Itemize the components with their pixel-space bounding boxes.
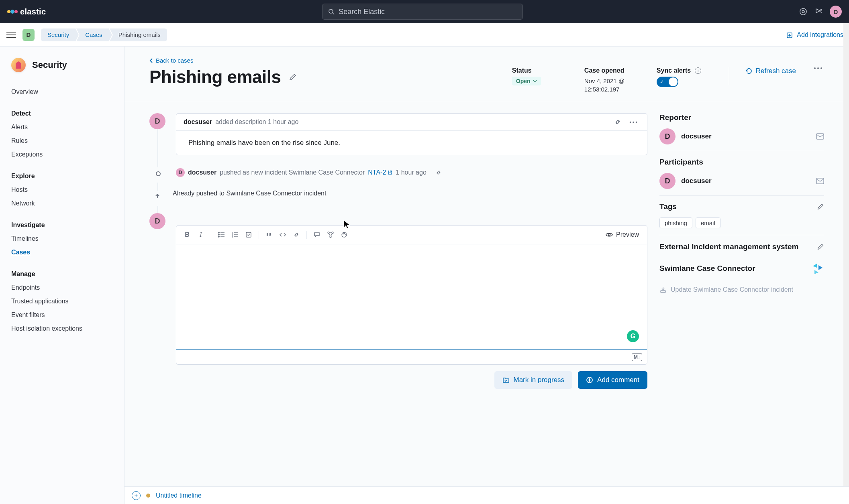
search-icon: [328, 8, 335, 15]
nav-host-isolation[interactable]: Host isolation exceptions: [11, 322, 113, 335]
comment-textarea[interactable]: G: [176, 244, 647, 349]
timeline-status-dot: [146, 494, 150, 498]
svg-point-33: [330, 236, 331, 238]
link-button[interactable]: [290, 229, 302, 241]
nav-endpoints[interactable]: Endpoints: [11, 281, 113, 295]
bold-button[interactable]: B: [181, 229, 193, 241]
refresh-case-button[interactable]: Refresh case: [745, 67, 796, 75]
opened-label: Case opened: [584, 67, 641, 74]
description-card: docsuser added description 1 hour ago: [176, 113, 647, 155]
external-incident-link[interactable]: NTA-2: [368, 169, 392, 176]
add-comment-button[interactable]: Add comment: [578, 371, 647, 389]
timeline-link[interactable]: Untitled timeline: [156, 492, 202, 499]
participant-user: D docsuser: [659, 173, 824, 189]
copy-link-button[interactable]: [433, 169, 444, 176]
app-header: Security: [11, 58, 113, 72]
number-list-button[interactable]: 123: [229, 229, 241, 241]
lens-button[interactable]: [338, 229, 350, 241]
nav-exceptions[interactable]: Exceptions: [11, 148, 113, 161]
info-icon[interactable]: i: [695, 67, 701, 74]
mark-in-progress-button[interactable]: Mark in progress: [494, 371, 573, 389]
already-pushed-label: Already pushed to Swimlane Case Connecto…: [173, 190, 647, 197]
breadcrumb-current: Phishing emails: [110, 28, 167, 41]
reporter-user: D docsuser: [659, 128, 824, 144]
tag-pill[interactable]: email: [696, 217, 720, 228]
comment-editor: B I 123: [176, 225, 647, 365]
collapse-arrow-icon[interactable]: [153, 191, 162, 201]
breadcrumb-security[interactable]: Security: [41, 28, 76, 41]
nav-timelines[interactable]: Timelines: [11, 232, 113, 246]
search-input[interactable]: [339, 8, 517, 16]
breadcrumb-cases[interactable]: Cases: [76, 28, 109, 41]
user-avatar[interactable]: D: [830, 6, 842, 18]
global-header: elastic D: [0, 0, 849, 23]
bullet-list-button[interactable]: [215, 229, 227, 241]
external-system-title: External incident management system: [659, 242, 798, 252]
global-search[interactable]: [322, 4, 523, 20]
edit-connector-button[interactable]: [817, 243, 824, 250]
news-icon[interactable]: [814, 8, 822, 16]
editor-toolbar: B I 123: [176, 226, 647, 244]
italic-button[interactable]: I: [195, 229, 207, 241]
svg-line-34: [329, 234, 330, 236]
swimlane-icon: [811, 262, 824, 275]
nav-rules[interactable]: Rules: [11, 134, 113, 148]
edit-tags-button[interactable]: [817, 203, 824, 210]
add-integrations-button[interactable]: Add integrations: [786, 31, 843, 39]
svg-text:3: 3: [232, 236, 233, 238]
status-badge[interactable]: Open: [512, 77, 541, 85]
elastic-logo[interactable]: elastic: [7, 7, 46, 16]
svg-rect-44: [816, 178, 824, 184]
nav-toggle-button[interactable]: [6, 29, 17, 41]
security-app-icon: [11, 58, 26, 72]
sync-alerts-toggle[interactable]: ✓: [657, 77, 678, 87]
svg-line-1: [333, 13, 334, 14]
svg-point-20: [218, 234, 220, 236]
back-to-cases-link[interactable]: Back to cases: [149, 57, 824, 64]
tag-pill[interactable]: phishing: [659, 217, 692, 228]
opened-value: Nov 4, 2021 @ 12:53:02.197: [584, 77, 641, 93]
nav-hosts[interactable]: Hosts: [11, 183, 113, 197]
case-actions-menu[interactable]: [812, 67, 824, 69]
help-icon[interactable]: [799, 8, 807, 16]
refresh-icon: [745, 67, 753, 75]
description-body: Phishing emails have been on the rise si…: [176, 131, 647, 155]
svg-rect-45: [661, 291, 665, 293]
nav-alerts[interactable]: Alerts: [11, 120, 113, 134]
external-link-icon: [388, 170, 392, 175]
push-icon: [659, 286, 667, 293]
edit-title-button[interactable]: [289, 73, 297, 81]
nav-network[interactable]: Network: [11, 197, 113, 210]
folder-icon: [502, 377, 510, 383]
timeline-button[interactable]: [324, 229, 337, 241]
mail-icon[interactable]: [816, 133, 824, 140]
code-button[interactable]: [277, 229, 289, 241]
reporter-title: Reporter: [659, 113, 824, 122]
svg-point-18: [218, 232, 220, 234]
nav-section-investigate: Investigate: [11, 222, 113, 229]
breadcrumb: Security Cases Phishing emails: [41, 28, 167, 41]
logo-text: elastic: [20, 7, 46, 16]
scrollbar[interactable]: [843, 23, 849, 486]
quote-button[interactable]: [263, 229, 275, 241]
copy-link-button[interactable]: [612, 118, 624, 126]
description-actions-menu[interactable]: [627, 121, 640, 123]
space-selector[interactable]: D: [22, 29, 35, 41]
nav-cases[interactable]: Cases: [11, 246, 113, 259]
grammarly-icon: G: [627, 330, 639, 342]
checklist-button[interactable]: [243, 229, 255, 241]
new-timeline-button[interactable]: +: [132, 491, 141, 500]
mail-icon[interactable]: [816, 178, 824, 184]
nav-event-filters[interactable]: Event filters: [11, 308, 113, 322]
svg-point-15: [636, 121, 637, 123]
preview-button[interactable]: Preview: [602, 231, 642, 238]
page-title: Phishing emails: [149, 67, 281, 87]
nav-section-explore: Explore: [11, 173, 113, 180]
activity-user: docsuser: [184, 118, 212, 126]
update-connector-button[interactable]: Update Swimlane Case Connector incident: [659, 286, 824, 293]
comment-button[interactable]: [311, 229, 323, 241]
nav-trusted-apps[interactable]: Trusted applications: [11, 295, 113, 308]
timeline-dot: [156, 171, 161, 176]
svg-point-10: [814, 67, 816, 69]
nav-overview[interactable]: Overview: [11, 85, 113, 99]
